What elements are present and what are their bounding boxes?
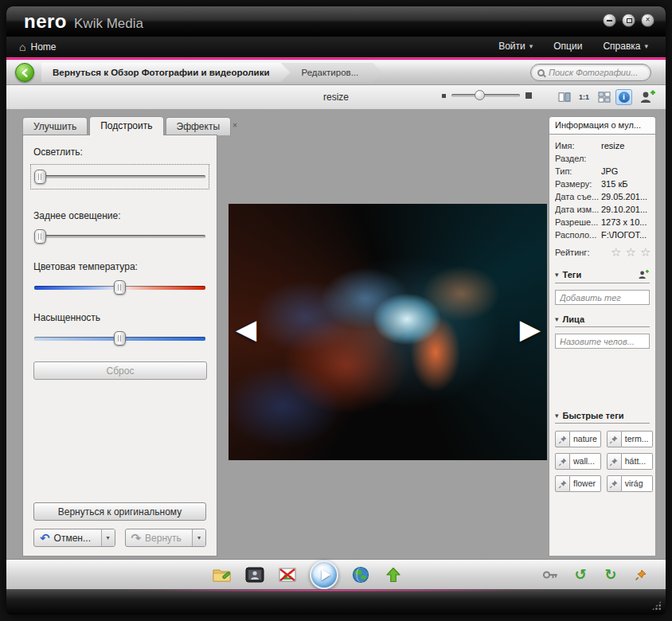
- next-photo-button[interactable]: ▶: [520, 315, 541, 342]
- quick-tag-button[interactable]: term...: [622, 431, 653, 447]
- protect-button[interactable]: [540, 565, 561, 584]
- tab-enhance[interactable]: Улучшить: [22, 117, 88, 135]
- spacer: [33, 244, 206, 261]
- back-arrow-icon: [21, 68, 29, 77]
- backlight-slider[interactable]: [33, 229, 206, 244]
- zoom-in-icon[interactable]: [525, 92, 532, 99]
- quick-tag-button[interactable]: virág: [622, 475, 653, 492]
- field-value: JPG: [601, 166, 650, 177]
- undo-dropdown-button[interactable]: ▾: [101, 529, 115, 546]
- menu-options-label: Опции: [553, 41, 582, 52]
- info-panel-title: Информация о мул...: [549, 116, 656, 134]
- close-button[interactable]: ×: [641, 14, 654, 27]
- breadcrumb-editing-tab[interactable]: Редактиров...: [281, 63, 383, 82]
- collapse-triangle-icon: ▾: [555, 315, 559, 323]
- person-add-icon: [639, 89, 656, 105]
- pin-tag-button[interactable]: [607, 453, 622, 470]
- temperature-slider[interactable]: [33, 280, 206, 295]
- slideshow-icon: [245, 567, 264, 583]
- name-person-input[interactable]: [555, 334, 650, 349]
- spacer: [33, 272, 206, 280]
- redo-split-button: ↷ Вернуть ▾: [125, 529, 207, 547]
- lighten-slider-track[interactable]: [34, 175, 205, 178]
- backlight-slider-track[interactable]: [34, 235, 205, 238]
- zoom-out-icon[interactable]: [442, 94, 446, 98]
- undo-button[interactable]: ↶ Отмен...: [34, 529, 101, 546]
- temperature-slider-handle[interactable]: [114, 280, 126, 295]
- edit-folder-button[interactable]: [212, 565, 232, 584]
- star-icon[interactable]: ☆: [625, 245, 639, 259]
- pin-tag-button[interactable]: [607, 475, 622, 492]
- quick-tag: hátt...: [607, 453, 653, 470]
- play-button[interactable]: [310, 560, 338, 589]
- star-icon[interactable]: ☆: [611, 245, 625, 259]
- rotate-right-button[interactable]: ↻: [600, 565, 621, 584]
- slideshow-button[interactable]: [244, 565, 265, 584]
- rotate-left-button[interactable]: ↺: [570, 565, 591, 584]
- redo-dropdown-button[interactable]: ▾: [192, 529, 205, 546]
- menu-home[interactable]: ⌂ Home: [19, 41, 56, 53]
- back-button[interactable]: [15, 63, 34, 82]
- faces-section-header[interactable]: ▾ Лица: [555, 314, 650, 327]
- info-icon: i: [619, 92, 630, 103]
- resize-grip[interactable]: [651, 600, 662, 611]
- lighten-label: Осветлить:: [33, 146, 206, 158]
- grid-view-button[interactable]: [596, 89, 612, 105]
- backlight-slider-handle[interactable]: [34, 229, 46, 244]
- reset-button[interactable]: Сброс: [33, 361, 207, 380]
- pushpin-icon: [609, 457, 619, 467]
- app-logo: nero Kwik Media: [24, 10, 143, 33]
- quick-tag: flower: [555, 475, 601, 492]
- tag-person-add-button[interactable]: [637, 269, 650, 280]
- tab-adjust[interactable]: Подстроить: [89, 116, 163, 135]
- pin-tag-button[interactable]: [555, 475, 570, 492]
- search-input[interactable]: [549, 68, 644, 77]
- zoom-slider[interactable]: [451, 94, 520, 97]
- quick-tag-button[interactable]: wall...: [570, 453, 601, 470]
- rating-label: Рейтинг:: [555, 248, 601, 257]
- pushpin-icon: [558, 457, 568, 467]
- menu-help[interactable]: Справка ▾: [603, 41, 648, 52]
- action-toolbar-right: ↺ ↻: [540, 560, 651, 590]
- pin-button[interactable]: [631, 565, 651, 584]
- tags-section-header[interactable]: ▾ Теги: [555, 269, 650, 283]
- info-panel-button[interactable]: i: [615, 89, 632, 105]
- return-to-original-button[interactable]: Вернуться к оригинальному: [33, 502, 206, 521]
- star-icon[interactable]: ☆: [640, 245, 654, 259]
- previous-photo-button[interactable]: ◀: [236, 315, 256, 342]
- info-panel: Информация о мул... Имя: resize Раздел: …: [549, 116, 656, 557]
- quick-tags-section-header[interactable]: ▾ Быстрые теги: [555, 411, 650, 424]
- menu-help-label: Справка: [603, 41, 640, 52]
- collapse-triangle-icon: ▾: [555, 271, 559, 279]
- actual-size-button[interactable]: 1:1: [576, 89, 592, 105]
- pin-tag-button[interactable]: [555, 453, 570, 470]
- pin-tag-button[interactable]: [607, 431, 622, 447]
- lighten-slider[interactable]: [33, 170, 206, 184]
- menu-options[interactable]: Опции: [553, 41, 582, 52]
- field-value: F:\ЛОГОТ...: [601, 230, 650, 240]
- minimize-button[interactable]: [603, 14, 616, 27]
- app-window: nero Kwik Media × ⌂ Home Войти ▾ Оп: [6, 6, 666, 615]
- add-tag-input[interactable]: [555, 290, 650, 305]
- redo-button[interactable]: ↷ Вернуть: [126, 529, 193, 546]
- saturation-slider-handle[interactable]: [114, 331, 126, 346]
- field-label: Располо...: [555, 230, 601, 240]
- split-view-button[interactable]: [556, 89, 572, 105]
- lighten-slider-handle[interactable]: [34, 170, 46, 184]
- quick-tag-button[interactable]: hátt...: [622, 453, 653, 470]
- spacer: [33, 323, 206, 331]
- burn-share-button[interactable]: [350, 565, 371, 584]
- menu-login[interactable]: Войти ▾: [498, 41, 533, 52]
- saturation-slider[interactable]: [33, 331, 206, 346]
- remove-photo-button[interactable]: [277, 565, 298, 584]
- quick-tags-section-label: Быстрые теги: [563, 411, 624, 420]
- quick-tag-button[interactable]: nature: [570, 431, 601, 447]
- upload-button[interactable]: [383, 565, 404, 584]
- breadcrumb-back-link[interactable]: Вернуться к Обзор Фотографии и видеороли…: [41, 63, 291, 82]
- quick-tag-button[interactable]: flower: [570, 475, 601, 492]
- pin-tag-button[interactable]: [555, 431, 570, 447]
- face-tag-button[interactable]: [639, 89, 656, 105]
- view-mode-group: 1:1 i: [556, 89, 632, 105]
- maximize-button[interactable]: [622, 14, 635, 27]
- rating-stars[interactable]: ☆☆☆: [611, 245, 654, 260]
